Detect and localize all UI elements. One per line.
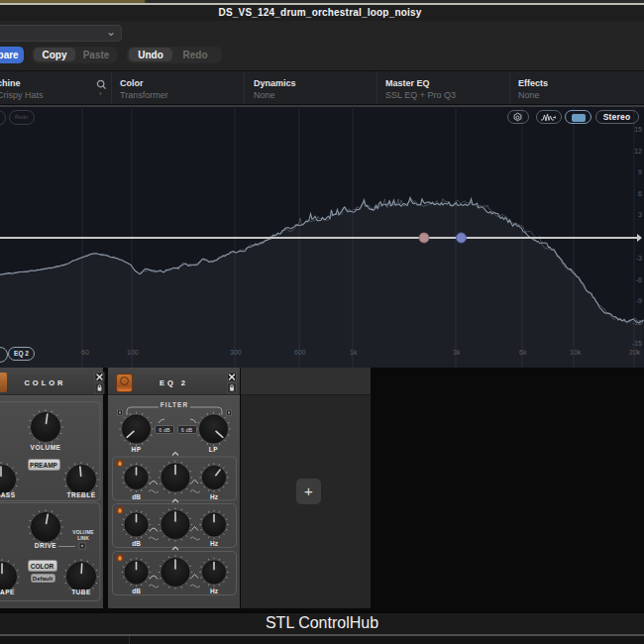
svg-text:dB: dB (132, 588, 141, 594)
svg-text:Hz: Hz (210, 493, 219, 500)
svg-text:Hz: Hz (210, 540, 219, 547)
svg-text:dB: dB (132, 493, 141, 500)
svg-text:dB: dB (132, 540, 141, 547)
svg-text:Hz: Hz (210, 588, 219, 594)
